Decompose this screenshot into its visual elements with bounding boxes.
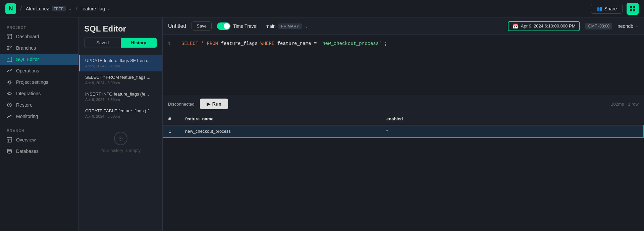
svg-rect-0: [630, 6, 632, 8]
save-button[interactable]: Save: [192, 21, 212, 31]
history-item[interactable]: UPDATE feature_flags SET ena... Apr 9, 2…: [79, 55, 162, 71]
db-name: neondb: [618, 23, 633, 29]
calendar-icon: 📅: [513, 23, 518, 29]
sidebar-label-integrations: Integrations: [16, 91, 41, 96]
sidebar-item-dashboard[interactable]: Dashboard: [0, 31, 78, 42]
svg-rect-4: [7, 34, 12, 39]
project-chevron-icon: ⌄: [107, 6, 110, 11]
project-section-label: PROJECT: [0, 23, 78, 31]
svg-point-14: [8, 81, 10, 83]
grid-icon-button[interactable]: [627, 3, 639, 15]
history-panel: SQL Editor Saved History UPDATE feature_…: [79, 17, 163, 231]
share-button[interactable]: 👥 Share: [591, 4, 623, 14]
integrations-icon: [7, 91, 12, 96]
branch-section-label: BRANCH: [0, 126, 78, 134]
monitoring-icon: [7, 114, 12, 119]
sidebar-item-sql-editor[interactable]: SQL Editor: [0, 54, 78, 65]
branch-selector[interactable]: main PRIMARY ⌄: [266, 23, 309, 29]
settings-icon: [7, 79, 12, 85]
history-item-date: Apr 9, 2024 - 5:58pm: [85, 114, 157, 118]
code-editor[interactable]: 1 SELECT * FROM feature_flags WHERE feat…: [163, 35, 644, 95]
history-item-text: UPDATE feature_flags SET ena...: [85, 58, 157, 63]
time-travel-toggle[interactable]: Time Travel: [217, 22, 258, 30]
history-item-text: INSERT INTO feature_flags (fe...: [85, 92, 157, 97]
datetime-value: Apr 9, 2024 6:10:00.000 PM: [521, 23, 576, 28]
overview-icon: [7, 137, 12, 142]
play-icon: ▶: [207, 101, 210, 107]
sidebar-item-branches[interactable]: Branches: [0, 42, 78, 54]
code-content-1: SELECT * FROM feature_flags WHERE featur…: [181, 41, 387, 46]
history-item[interactable]: SELECT * FROM feature_flags ... Apr 9, 2…: [79, 71, 162, 88]
line-number-1: 1: [168, 41, 177, 46]
timezone-badge: GMT -03:00: [585, 23, 612, 30]
run-meta: 102ms 1 row: [611, 102, 639, 107]
code-line-1: 1 SELECT * FROM feature_flags WHERE feat…: [163, 40, 644, 47]
col-header-feature-name: feature_name: [180, 113, 381, 125]
tab-history[interactable]: History: [121, 38, 157, 48]
query-title: Untitled: [168, 23, 186, 29]
branch-icon: [7, 45, 12, 51]
sidebar-item-restore[interactable]: Restore: [0, 99, 78, 111]
sidebar-label-sql-editor: SQL Editor: [16, 57, 39, 62]
sidebar-label-operations: Operations: [16, 68, 39, 73]
run-bar: Disconnected ▶ Run 102ms 1 row: [163, 95, 644, 113]
sidebar-item-monitoring[interactable]: Monitoring: [0, 111, 78, 122]
sidebar-item-project-settings[interactable]: Project settings: [0, 76, 78, 88]
rows-value: 1 row: [628, 102, 639, 107]
tab-saved[interactable]: Saved: [85, 38, 121, 48]
history-tabs: Saved History: [84, 38, 157, 48]
sidebar-item-overview[interactable]: Overview: [0, 134, 78, 146]
svg-rect-17: [7, 137, 12, 142]
cell-row-hash: 1: [163, 125, 180, 137]
editor-toolbar: Untitled Save Time Travel main PRIMARY ⌄…: [163, 17, 644, 35]
cell-feature-name: new_checkout_process: [180, 125, 381, 137]
history-empty-state: ⊙ Your history is empty: [79, 122, 162, 163]
sidebar-label-overview: Overview: [16, 137, 36, 142]
history-item-date: Apr 9, 2024 - 5:59pm: [85, 98, 157, 102]
col-header-hash: #: [163, 113, 180, 125]
db-selector[interactable]: neondb ⌄: [618, 23, 639, 29]
run-button[interactable]: ▶ Run: [200, 99, 228, 109]
table-row: 1 new_checkout_process f: [163, 125, 644, 137]
results-data-table: # feature_name enabled 1 new_checkout_pr…: [163, 113, 644, 138]
cell-enabled: f: [381, 125, 644, 137]
topbar-left: N / Alex Lopez FREE ⌄ / feature flag ⌄: [5, 3, 110, 14]
history-header: SQL Editor Saved History: [79, 17, 162, 52]
sidebar-label-project-settings: Project settings: [16, 79, 48, 85]
sidebar-item-integrations[interactable]: Integrations: [0, 88, 78, 99]
datetime-selector[interactable]: 📅 Apr 9, 2024 6:10:00.000 PM: [508, 21, 580, 31]
results-header-row: # feature_name enabled: [163, 113, 644, 125]
branch-name: main: [266, 23, 276, 29]
sidebar-item-operations[interactable]: Operations: [0, 65, 78, 76]
sql-icon: [7, 57, 12, 62]
user-chevron-icon: ⌄: [68, 6, 72, 11]
user-name: Alex Lopez: [26, 6, 49, 11]
sidebar-item-databases[interactable]: Databases: [0, 146, 78, 157]
history-empty-label: Your history is empty: [100, 148, 141, 153]
toggle-knob: [224, 23, 230, 29]
results-table: # feature_name enabled 1 new_checkout_pr…: [163, 113, 644, 231]
svg-point-8: [7, 49, 9, 50]
separator-1: /: [20, 5, 22, 12]
svg-point-9: [10, 46, 11, 47]
table-icon: [7, 34, 12, 39]
user-badge[interactable]: Alex Lopez FREE ⌄: [26, 6, 72, 11]
history-item[interactable]: CREATE TABLE feature_flags ( f... Apr 9,…: [79, 105, 162, 122]
logo-icon[interactable]: N: [5, 3, 16, 14]
toggle-switch[interactable]: [217, 22, 230, 30]
svg-rect-3: [633, 9, 635, 11]
project-name[interactable]: feature flag ⌄: [82, 6, 110, 11]
topbar-right: 👥 Share: [591, 3, 639, 15]
editor-area: Untitled Save Time Travel main PRIMARY ⌄…: [163, 17, 644, 231]
primary-badge: PRIMARY: [278, 23, 302, 29]
restore-icon: [7, 102, 12, 108]
col-header-enabled: enabled: [381, 113, 644, 125]
topbar: N / Alex Lopez FREE ⌄ / feature flag ⌄ 👥…: [0, 0, 644, 17]
branch-chevron-icon: ⌄: [305, 23, 309, 29]
svg-point-7: [7, 46, 9, 47]
svg-point-20: [7, 149, 11, 151]
history-panel-title: SQL Editor: [84, 24, 157, 34]
svg-point-15: [9, 93, 10, 94]
sidebar-label-branches: Branches: [16, 45, 36, 51]
history-item[interactable]: INSERT INTO feature_flags (fe... Apr 9, …: [79, 88, 162, 105]
